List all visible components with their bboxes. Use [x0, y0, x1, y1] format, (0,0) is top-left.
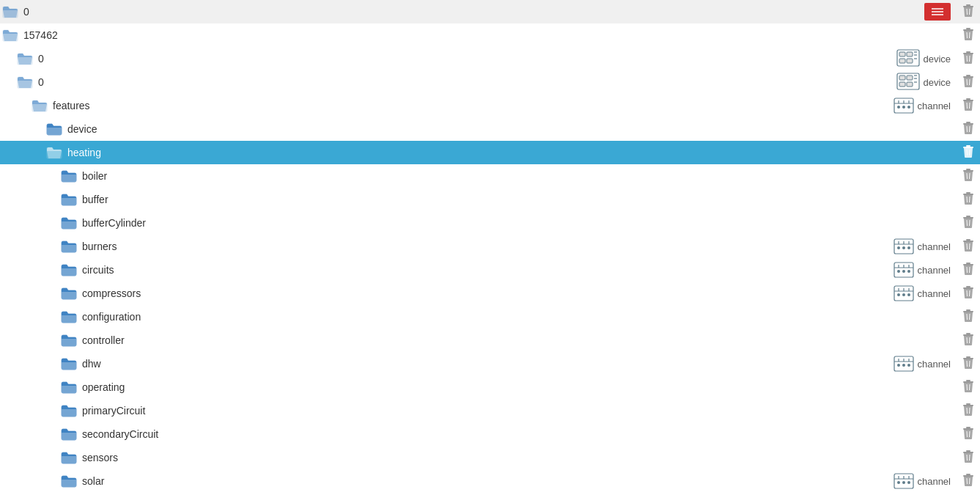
row-left: sensors [0, 450, 957, 465]
tree-row-configuration[interactable]: configuration [0, 305, 980, 329]
channel-label: channel [917, 476, 951, 487]
tree-row-circuits[interactable]: circuits channel [0, 258, 980, 282]
svg-rect-132 [963, 428, 973, 430]
svg-line-22 [970, 56, 970, 62]
svg-line-129 [967, 408, 968, 414]
item-label: solar [82, 475, 104, 487]
delete-icon[interactable] [962, 309, 974, 325]
delete-icon[interactable] [962, 426, 974, 442]
row-left: dhw [0, 356, 894, 371]
svg-line-89 [967, 267, 968, 273]
delete-icon[interactable] [962, 238, 974, 254]
row-left: 0 [0, 75, 896, 89]
tree-row-compressors[interactable]: compressors channel [0, 282, 980, 305]
delete-icon[interactable] [962, 379, 974, 395]
channel-icon [894, 262, 914, 278]
delete-icon[interactable] [962, 168, 974, 184]
tree-row-secondaryCircuit[interactable]: secondaryCircuit [0, 422, 980, 446]
tree-row-heating[interactable]: heating [0, 141, 980, 164]
folder-closed-icon [59, 427, 79, 441]
tree-row-0[interactable]: 0 [0, 0, 980, 23]
svg-point-93 [897, 293, 900, 296]
delete-icon[interactable] [962, 285, 974, 301]
tree-row-features[interactable]: features channel [0, 94, 980, 117]
svg-line-109 [967, 337, 968, 343]
svg-point-38 [902, 106, 905, 109]
row-right: channel [894, 98, 974, 114]
tree-row-0[interactable]: 0 device [0, 70, 980, 94]
svg-line-53 [967, 150, 968, 155]
delete-icon[interactable] [962, 473, 974, 489]
tree-row-0[interactable]: 0 device [0, 47, 980, 70]
delete-icon[interactable] [962, 98, 974, 114]
delete-icon[interactable] [962, 121, 974, 137]
svg-point-69 [897, 246, 900, 249]
folder-closed-icon [59, 356, 79, 371]
svg-rect-148 [963, 475, 973, 477]
svg-rect-88 [963, 264, 973, 265]
delete-icon[interactable] [962, 215, 974, 231]
item-label: compressors [82, 287, 141, 299]
svg-rect-104 [963, 311, 973, 312]
svg-line-130 [970, 408, 970, 414]
svg-point-81 [897, 270, 900, 273]
channel-icon [894, 473, 914, 489]
row-left: 0 [0, 51, 896, 66]
delete-icon[interactable] [962, 403, 974, 419]
channel-badge: channel [894, 356, 951, 372]
row-right [957, 309, 974, 325]
svg-rect-119 [966, 356, 970, 358]
svg-rect-63 [966, 216, 970, 217]
delete-icon[interactable] [962, 450, 974, 466]
delete-icon[interactable] [962, 191, 974, 208]
svg-rect-24 [899, 76, 905, 80]
channel-label: channel [917, 241, 951, 252]
svg-line-122 [970, 361, 970, 367]
svg-line-21 [967, 56, 968, 62]
tree-row-buffer[interactable]: buffer [0, 188, 980, 211]
svg-rect-15 [907, 59, 913, 63]
svg-point-115 [907, 364, 910, 367]
delete-icon[interactable] [962, 27, 974, 43]
delete-icon[interactable] [962, 144, 974, 161]
item-label: dhw [82, 358, 101, 370]
row-left: device [0, 122, 957, 136]
item-label: circuits [82, 264, 114, 276]
folder-open-icon [44, 145, 65, 160]
delete-icon[interactable] [962, 356, 974, 372]
delete-icon[interactable] [962, 4, 974, 20]
svg-line-50 [970, 126, 970, 132]
row-right [957, 121, 974, 137]
svg-point-95 [907, 293, 910, 296]
delete-icon[interactable] [962, 51, 974, 67]
delete-icon[interactable] [962, 262, 974, 278]
channel-label: channel [917, 265, 951, 276]
tree-row-157462[interactable]: 157462 [0, 23, 980, 47]
svg-rect-7 [966, 28, 970, 29]
tree-row-boiler[interactable]: boiler [0, 164, 980, 188]
tree-row-operating[interactable]: operating [0, 375, 980, 399]
red-menu-icon[interactable] [924, 3, 951, 21]
svg-line-150 [970, 478, 970, 484]
folder-closed-icon [59, 474, 79, 488]
svg-line-90 [970, 267, 970, 273]
tree-row-solar[interactable]: solar channel [0, 469, 980, 493]
tree-row-device[interactable]: device [0, 117, 980, 141]
channel-badge: channel [894, 262, 951, 278]
item-label: 157462 [23, 29, 58, 41]
delete-icon[interactable] [962, 74, 974, 90]
svg-rect-4 [963, 6, 973, 7]
tree-row-controller[interactable]: controller [0, 329, 980, 352]
row-right: channel [894, 285, 974, 301]
tree-row-burners[interactable]: burners channel [0, 235, 980, 258]
tree-row-sensors[interactable]: sensors [0, 446, 980, 469]
tree-row-bufferCylinder[interactable]: bufferCylinder [0, 211, 980, 235]
delete-icon[interactable] [962, 332, 974, 348]
svg-line-105 [967, 314, 968, 320]
svg-rect-135 [966, 450, 970, 452]
item-label: sensors [82, 452, 118, 463]
svg-rect-19 [966, 51, 970, 53]
tree-row-dhw[interactable]: dhw channel [0, 352, 980, 375]
svg-line-9 [967, 32, 968, 38]
tree-row-primaryCircuit[interactable]: primaryCircuit [0, 399, 980, 422]
